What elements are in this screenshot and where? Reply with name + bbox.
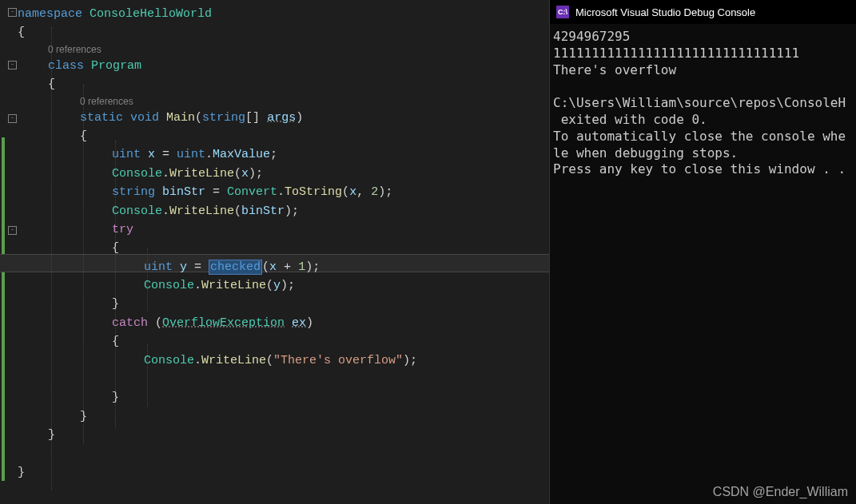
- paren-close: ): [296, 111, 303, 125]
- op-eq: =: [155, 148, 177, 161]
- code-line[interactable]: Console.WriteLine(y);: [18, 276, 549, 295]
- method-tostring: ToString: [285, 185, 342, 199]
- paren-open: (: [155, 316, 162, 330]
- outline-toggle[interactable]: -: [8, 8, 17, 17]
- outline-toggle[interactable]: -: [8, 61, 17, 69]
- type-string: string: [202, 111, 245, 125]
- code-line[interactable]: Console.WriteLine(x);: [18, 165, 549, 183]
- code-line[interactable]: [18, 445, 549, 463]
- code-line[interactable]: Console.WriteLine(binStr);: [18, 202, 549, 220]
- brace-open: {: [112, 335, 119, 348]
- keyword-catch: catch: [112, 316, 148, 330]
- type-console: Console: [112, 167, 162, 181]
- code-line[interactable]: }: [18, 295, 549, 313]
- brace-open: {: [80, 129, 87, 143]
- code-line[interactable]: {: [18, 127, 549, 145]
- paren-open: (: [262, 260, 269, 274]
- codelens-references[interactable]: 0 references: [18, 42, 549, 57]
- console-output[interactable]: 4294967295 11111111111111111111111111111…: [550, 24, 856, 504]
- paren-open: (: [234, 167, 241, 181]
- type-overflowexception: OverflowException: [162, 316, 285, 330]
- class-name: Program: [91, 59, 141, 73]
- outline-toggle[interactable]: -: [8, 226, 17, 235]
- console-titlebar[interactable]: C:\ Microsoft Visual Studio Debug Consol…: [550, 0, 856, 24]
- paren-close: ): [403, 354, 410, 367]
- var-x: x: [241, 167, 249, 181]
- paren-close: ): [285, 204, 292, 218]
- literal-2: 2: [371, 185, 378, 199]
- code-editor-pane[interactable]: - - - - namespace ConsoleHelloWorld { 0 …: [0, 0, 549, 504]
- paren-close: ): [305, 260, 313, 274]
- paren-close: ): [249, 167, 256, 181]
- var-ex: ex: [292, 316, 306, 330]
- method-writeline: WriteLine: [169, 204, 234, 218]
- paren-close: ): [306, 316, 313, 330]
- brace-close: }: [112, 391, 119, 404]
- code-line[interactable]: [18, 370, 549, 388]
- vs-console-icon: C:\: [556, 6, 569, 18]
- semicolon: ;: [385, 185, 392, 199]
- var-x: x: [349, 185, 356, 199]
- keyword-string: string: [112, 185, 155, 199]
- code-line[interactable]: {: [18, 75, 549, 93]
- code-content[interactable]: namespace ConsoleHelloWorld { 0 referenc…: [18, 5, 549, 482]
- code-line[interactable]: namespace ConsoleHelloWorld: [18, 5, 549, 23]
- code-line[interactable]: }: [18, 388, 549, 407]
- brace-close: }: [18, 466, 25, 479]
- var-y: y: [180, 260, 187, 274]
- keyword-class: class: [48, 59, 84, 73]
- keyword-static: static: [80, 111, 123, 125]
- type-console: Console: [144, 279, 194, 292]
- code-line[interactable]: }: [18, 426, 549, 444]
- code-line[interactable]: static void Main(string[] args): [18, 109, 549, 127]
- code-line[interactable]: }: [18, 407, 549, 426]
- paren-open: (: [234, 204, 241, 218]
- debug-console-window[interactable]: C:\ Microsoft Visual Studio Debug Consol…: [549, 0, 856, 504]
- semicolon: ;: [410, 354, 417, 367]
- code-line[interactable]: catch (OverflowException ex): [18, 314, 549, 332]
- method-writeline: WriteLine: [201, 354, 266, 367]
- paren-close: ): [281, 279, 288, 292]
- method-name: Main: [166, 111, 195, 125]
- var-x: x: [148, 148, 155, 161]
- param-args: args: [267, 111, 296, 125]
- code-line[interactable]: uint y = checked(x + 1);: [18, 258, 549, 276]
- code-line[interactable]: {: [18, 332, 549, 351]
- semicolon: ;: [288, 279, 295, 292]
- var-binstr: binStr: [162, 185, 205, 199]
- op-eq: =: [187, 260, 209, 274]
- paren-open: (: [266, 354, 273, 367]
- brace-open: {: [112, 241, 119, 255]
- code-line[interactable]: Console.WriteLine("There's overflow");: [18, 351, 549, 370]
- var-binstr: binStr: [241, 204, 285, 218]
- code-line[interactable]: class Program: [18, 57, 549, 75]
- op-eq: =: [205, 185, 227, 199]
- paren-open: (: [266, 279, 273, 292]
- dot: .: [162, 204, 169, 218]
- var-y: y: [273, 279, 281, 292]
- change-marker: [2, 137, 5, 481]
- code-line[interactable]: {: [18, 23, 549, 42]
- op-plus: +: [277, 260, 298, 274]
- code-line[interactable]: string binStr = Convert.ToString(x, 2);: [18, 183, 549, 201]
- code-line[interactable]: try: [18, 220, 549, 239]
- console-title-text: Microsoft Visual Studio Debug Console: [575, 6, 755, 18]
- namespace-name: ConsoleHelloWorld: [90, 7, 212, 21]
- dot: .: [162, 167, 169, 181]
- codelens-references[interactable]: 0 references: [18, 94, 549, 109]
- type-console: Console: [112, 204, 162, 218]
- semicolon: ;: [292, 204, 299, 218]
- code-line[interactable]: {: [18, 239, 549, 257]
- code-line[interactable]: }: [18, 463, 549, 482]
- keyword-uint: uint: [112, 148, 141, 161]
- keyword-void: void: [130, 111, 159, 125]
- code-line[interactable]: uint x = uint.MaxValue;: [18, 145, 549, 164]
- string-literal: "There's overflow": [273, 354, 403, 367]
- dot: .: [194, 279, 201, 292]
- semicolon: ;: [313, 260, 320, 274]
- member-maxvalue: MaxValue: [213, 148, 270, 161]
- type-uint: uint: [177, 148, 205, 161]
- dot: .: [194, 354, 201, 367]
- type-console: Console: [144, 354, 194, 367]
- outline-toggle[interactable]: -: [8, 114, 17, 123]
